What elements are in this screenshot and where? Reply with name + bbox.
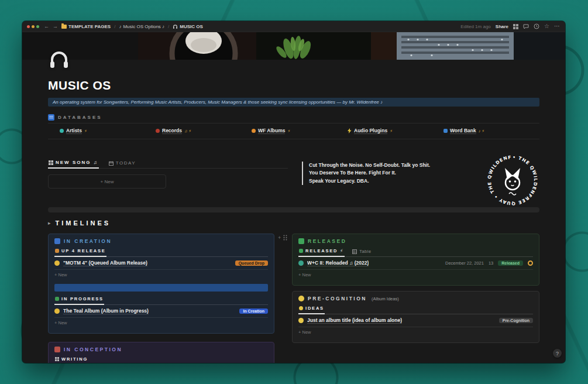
row-meta: In Creation <box>239 308 268 314</box>
card-in-conception: IN CONCEPTION WRITING Concept (Album bei… <box>48 342 274 363</box>
tab-ideas[interactable]: IDEAS <box>298 304 325 314</box>
breadcrumb-label: TEMPLATE PAGES <box>68 24 111 29</box>
package-icon <box>55 249 59 253</box>
tab-writing[interactable]: WRITING <box>54 355 88 363</box>
row-title: "MOTM 4" (Queued Album Release) <box>63 260 147 266</box>
card-header: IN CONCEPTION <box>54 347 268 352</box>
share-button[interactable]: Share <box>496 24 508 29</box>
bulb-icon <box>298 318 304 323</box>
disc-icon <box>298 260 304 266</box>
calendar-icon <box>109 161 114 166</box>
row-teal-album[interactable]: The Teal Album (Album in Progress) In Cr… <box>54 305 268 318</box>
clock-icon[interactable] <box>534 23 539 29</box>
quote-line: Speak Your Legacy. DBA. <box>309 177 469 185</box>
more-icon[interactable]: ⋯ <box>554 23 561 29</box>
tab-today[interactable]: TODAY <box>108 159 136 168</box>
drag-dots-icon[interactable] <box>283 235 287 241</box>
page-icon-headphones[interactable] <box>48 48 70 70</box>
add-new-button[interactable]: + New <box>54 270 268 280</box>
bolt-icon: ♪ ⚡ <box>479 129 484 133</box>
row-album-title-idea[interactable]: Just an album title (idea of album alone… <box>298 314 533 327</box>
row-title: Just an album title (idea of album alone… <box>307 317 402 324</box>
close-window-icon[interactable] <box>27 25 30 28</box>
bulb-icon <box>298 296 304 301</box>
breadcrumb-separator: / <box>168 24 169 29</box>
card-header: RELEASED <box>298 238 533 244</box>
card-header: IN CREATION <box>54 238 268 244</box>
help-button[interactable]: ? <box>553 349 562 358</box>
grid-icon[interactable] <box>513 24 518 29</box>
tab-label: IDEAS <box>305 306 324 311</box>
wf-albums-icon <box>252 129 256 133</box>
star-icon[interactable]: ☆ <box>544 23 549 29</box>
row-meta: Queued Drop <box>235 260 268 266</box>
new-song-button[interactable]: + New <box>48 174 166 188</box>
minimize-window-icon[interactable] <box>32 25 35 28</box>
column-drag-handle[interactable]: + <box>278 235 287 241</box>
breadcrumb-music-os-options[interactable]: ♪ Music OS Options ♪ <box>119 24 164 29</box>
smiley-icon <box>54 260 60 266</box>
card-tabs: UP 4 RELEASE <box>54 247 268 257</box>
timelines-title: TIMELINES <box>56 220 111 227</box>
toggle-triangle-icon[interactable]: ▸ <box>48 220 51 226</box>
bolt-icon: ⚡ <box>84 129 87 133</box>
comments-icon[interactable] <box>523 24 529 29</box>
databases-section: DATABASES Artists ⚡ Records ♫ ⚡ WF Album… <box>48 112 539 139</box>
word-bank-icon <box>443 129 448 133</box>
add-new-button[interactable]: + New <box>298 327 533 337</box>
database-link-audio-plugins[interactable]: Audio Plugins ⚡ <box>348 128 443 134</box>
zoom-window-icon[interactable] <box>36 25 39 28</box>
database-icon <box>48 114 54 121</box>
quote-line: You Deserve To Be Here. Fight For It. <box>309 169 469 177</box>
left-column: IN CREATION UP 4 RELEASE "MOTM 4" (Queue… <box>48 234 274 363</box>
add-new-button[interactable]: + New <box>298 270 533 280</box>
selected-row-highlight[interactable] <box>54 284 268 292</box>
tab-new-song[interactable]: NEW SONG ♫ <box>48 158 99 169</box>
mid-section: NEW SONG ♫ TODAY + New Cut Through the N… <box>48 158 539 207</box>
database-link-records[interactable]: Records ♫ ⚡ <box>156 128 252 134</box>
database-link-word-bank[interactable]: Word Bank ♪ ⚡ <box>443 128 539 134</box>
row-meta: December 22, 2021 13 Released <box>445 260 533 266</box>
row-title: The Teal Album (Album in Progress) <box>63 308 149 314</box>
timelines-columns: + IN CREATION UP 4 RELEASE <box>48 234 539 363</box>
breadcrumb-template-pages[interactable]: TEMPLATE PAGES <box>61 24 111 29</box>
database-link-wf-albums[interactable]: WF Albums ⚡ <box>252 128 348 134</box>
brand-logo-qwildenfree: • THE QWILDENFREE QUAY • THE QWILDENFREE… <box>486 153 539 207</box>
bolt-icon: ⚡ <box>390 129 393 133</box>
tab-label: RELEASED ⚡ <box>305 248 344 253</box>
subtitle-callout: An operating system for Songwriters, Per… <box>48 98 539 107</box>
music-note-icon: ♪ <box>119 24 121 29</box>
plus-icon[interactable]: + <box>278 235 281 241</box>
traffic-lights <box>27 25 39 28</box>
tab-table[interactable]: Table <box>352 248 372 256</box>
card-title: RELEASED <box>308 238 346 244</box>
add-new-button[interactable]: + New <box>54 318 268 328</box>
card-tabs: WRITING <box>54 355 268 363</box>
breadcrumb-label: MUSIC OS <box>180 24 203 29</box>
card-title: IN CONCEPTION <box>64 347 122 352</box>
release-date: December 22, 2021 <box>445 260 484 266</box>
back-arrow-icon[interactable]: ← <box>44 24 49 29</box>
breadcrumb-music-os[interactable]: MUSIC OS <box>173 24 203 29</box>
database-link-label: Artists <box>66 128 82 134</box>
tab-released[interactable]: RELEASED ⚡ <box>298 247 345 257</box>
status-badge: Queued Drop <box>235 260 268 266</box>
quote-text: Cut Through the Noise. No Self-Doubt. Ta… <box>302 162 469 185</box>
blue-book-icon <box>54 238 60 244</box>
row-motm4[interactable]: "MOTM 4" (Queued Album Release) Queued D… <box>54 257 268 270</box>
row-wc2-reloaded[interactable]: W+C II: Reloaded ♫ (2022) December 22, 2… <box>298 257 533 270</box>
status-ring-icon <box>528 260 533 266</box>
status-badge: Released <box>498 260 523 266</box>
tab-in-progress[interactable]: IN PROGRESS <box>54 295 104 305</box>
database-link-artists[interactable]: Artists ⚡ <box>60 128 156 134</box>
titlebar: ← → TEMPLATE PAGES / ♪ Music OS Options … <box>22 21 565 32</box>
track-count: 13 <box>489 260 493 266</box>
bulb-icon <box>299 306 303 310</box>
forward-arrow-icon[interactable]: → <box>53 24 58 29</box>
tab-up4release[interactable]: UP 4 RELEASE <box>54 247 106 257</box>
audio-plugins-icon <box>348 128 352 133</box>
folder-icon <box>61 25 67 29</box>
card-header: PRE-COGNITION (Album Ideas) <box>298 296 533 301</box>
tab-label: UP 4 RELEASE <box>61 248 106 253</box>
timelines-heading: ▸ TIMELINES <box>48 220 539 227</box>
